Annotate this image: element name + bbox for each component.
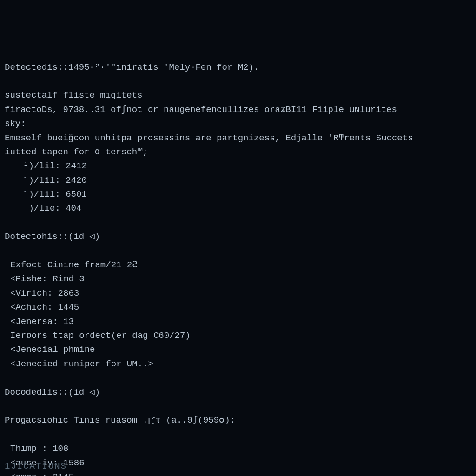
terminal-line <box>5 74 471 88</box>
terminal-line: <ause iy: 1586 <box>5 456 471 470</box>
terminal-output: Detectedis::1495-²·'"ıniratis 'Mely-Fen … <box>5 60 471 476</box>
terminal-line: <Virich: 2863 <box>5 286 471 300</box>
terminal-line: Exfoct Cinine fram/21 2Ƨ <box>5 258 471 272</box>
terminal-line: <Jenecial phmine <box>5 343 471 357</box>
terminal-line <box>5 244 471 258</box>
terminal-line: Dotectohis::(id ◁) <box>5 230 471 244</box>
terminal-line: ¹)/lil: 2412 <box>5 159 471 173</box>
terminal-line: <Pishe: Rimd 3 <box>5 272 471 286</box>
terminal-line: sustectalf fliste mıgitets <box>5 88 471 102</box>
terminal-line: Thımp : 108 <box>5 442 471 456</box>
terminal-line: iutted tapen for ɑ tersch™; <box>5 145 471 159</box>
terminal-line <box>5 428 471 442</box>
terminal-line: ¹)/lie: 404 <box>5 201 471 215</box>
footer-label: 1JICATIONS <box>5 459 67 473</box>
terminal-line: Emeself bueiğcon unhitpa prosessins are … <box>5 131 471 145</box>
terminal-line: firactoDs, 9738..31 ofʃnot or naugenefen… <box>5 103 471 117</box>
terminal-line: Ierɒors ttap ordect(er dag C60/27) <box>5 329 471 343</box>
terminal-line <box>5 371 471 385</box>
terminal-line: sky: <box>5 117 471 131</box>
terminal-line: <Jenersa: 13 <box>5 315 471 329</box>
terminal-line <box>5 399 471 413</box>
terminal-line: Detectedis::1495-²·'"ıniratis 'Mely-Fen … <box>5 60 471 74</box>
terminal-line: <ampe : 2145 <box>5 470 471 476</box>
terminal-line: Docodedlis::(id ◁) <box>5 385 471 399</box>
terminal-line: <Jenecied runiper for UM..> <box>5 357 471 371</box>
terminal-line: Progacsiohic Tinis ruasom .ןɽτ (a..9ʃ(95… <box>5 413 471 427</box>
terminal-line: <Achich: 1445 <box>5 300 471 314</box>
terminal-line: ¹)/lil: 2420 <box>5 173 471 187</box>
terminal-line: ¹)/lil: 6501 <box>5 187 471 201</box>
terminal-line <box>5 216 471 230</box>
